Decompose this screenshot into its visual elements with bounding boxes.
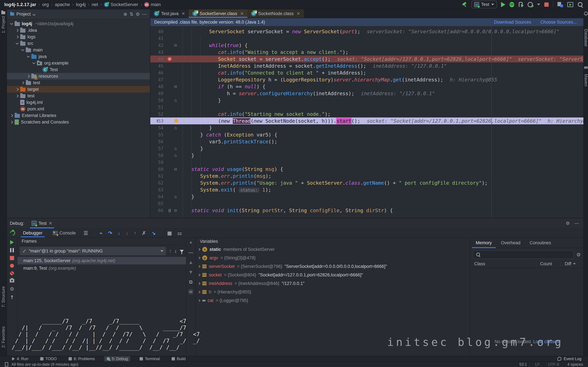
debug-session-tab[interactable]: Test ✕ — [29, 218, 55, 228]
toolwindow-button-5-debug[interactable]: 5: Debug — [104, 356, 130, 361]
expand-chevron-icon[interactable] — [198, 248, 200, 251]
toolwindow-project-button[interactable]: 1: Project — [0, 11, 7, 33]
code-line-60[interactable]: 60⊟ static void usage(String msg) { — [150, 166, 583, 173]
tree-item-logs[interactable]: logs — [7, 33, 150, 40]
tree-chevron-icon[interactable] — [10, 121, 13, 124]
status-widget-4-spaces[interactable]: 4 spaces — [567, 362, 583, 367]
stop-process-button[interactable] — [10, 256, 14, 260]
attach-profiler-icon[interactable] — [519, 2, 523, 7]
breadcrumb-item[interactable]: apache — [55, 2, 70, 7]
stop-button[interactable] — [544, 2, 549, 7]
code-editor[interactable]: 40 ServerSocket serverSocket = new Serve… — [150, 26, 583, 218]
tree-item-pom-xml[interactable]: mpom.xml — [7, 106, 150, 112]
fold-area[interactable]: ⌂ — [174, 194, 182, 199]
fold-marker-icon[interactable]: ⊟ — [174, 208, 177, 213]
code-line-57[interactable]: 57⌂ } — [150, 145, 583, 152]
code-line-66[interactable]: 66@⊟ static void init(String portStr, St… — [150, 207, 583, 214]
run-button[interactable] — [501, 2, 505, 7]
remove-watch-icon[interactable]: — — [188, 250, 193, 255]
tree-chevron-icon[interactable] — [27, 75, 30, 78]
tree-item-target[interactable]: target — [7, 86, 150, 92]
breadcrumb-item[interactable]: log4j-1.2.17.jar — [4, 2, 36, 7]
step-over-icon[interactable]: ↷ — [108, 230, 112, 236]
project-structure-icon[interactable] — [557, 2, 563, 7]
variable-row[interactable]: sstatic members of SocketServer — [196, 245, 470, 254]
variable-row[interactable]: pargv = {String[3]@478} — [196, 254, 470, 262]
duplicate-watch-icon[interactable]: ⧉ — [189, 279, 192, 285]
breadcrumb-item[interactable]: net — [92, 2, 98, 7]
event-log-button[interactable]: Event Log — [557, 357, 588, 361]
expand-chevron-icon[interactable] — [198, 299, 200, 302]
code-line-54[interactable]: 54⌂ } — [150, 124, 583, 131]
intention-bulb-icon[interactable] — [174, 119, 178, 123]
run-to-cursor-icon[interactable]: ↘ — [152, 230, 156, 236]
tree-chevron-icon[interactable] — [21, 48, 24, 51]
tree-item-main[interactable]: main — [7, 47, 150, 53]
debug-gear-icon[interactable]: ⚙ — [10, 286, 14, 292]
column-diff[interactable]: Diff — [561, 261, 583, 267]
code-line-51[interactable]: 51 — [150, 104, 583, 111]
tree-item-org-example[interactable]: org.example — [7, 60, 150, 66]
close-icon[interactable]: ✕ — [240, 11, 244, 16]
tab-debugger[interactable]: Debugger — [21, 229, 45, 237]
status-widget-lf[interactable]: LF — [535, 362, 540, 367]
drop-frame-icon[interactable]: ✗ — [142, 230, 146, 236]
toolwindow-button-4-run[interactable]: 4: Run — [10, 356, 31, 361]
code-line-45[interactable]: 45 InetAddress inetAddress = socket.getI… — [150, 62, 583, 69]
mute-breakpoints-icon[interactable] — [10, 271, 14, 275]
project-view-title[interactable]: Project — [17, 11, 31, 17]
toolwindow-structure-button[interactable]: 7: Structure — [0, 286, 7, 307]
load-classes-link[interactable]: Load classes — [533, 339, 559, 344]
fold-marker-icon[interactable]: ⊟ — [174, 43, 177, 48]
fold-marker-icon[interactable]: ⌂ — [174, 125, 177, 130]
choose-sources-link[interactable]: Choose Sources... — [540, 20, 577, 25]
code-line-42[interactable]: 42⊟ while(true) { — [150, 42, 583, 49]
code-line-65[interactable]: 65 — [150, 200, 583, 207]
toolwindow-button-terminal[interactable]: Terminal — [137, 356, 162, 361]
pin-tab-icon[interactable] — [11, 295, 13, 297]
show-execution-point-icon[interactable]: ⌁ — [100, 230, 103, 236]
tree-item--idea[interactable]: .idea — [7, 27, 150, 33]
tree-chevron-icon[interactable] — [27, 55, 30, 58]
code-line-43[interactable]: 43 cat.info("Waiting to accept a new cli… — [150, 49, 583, 56]
code-line-53[interactable]: 53 (new Thread(new SocketNode(socket, h)… — [150, 117, 583, 124]
toolwindow-button-todo[interactable]: TODO — [38, 356, 59, 361]
fold-area[interactable]: ⊟ — [174, 208, 182, 213]
code-line-61[interactable]: 61 System.err.println(msg); — [150, 173, 583, 179]
tree-item-log4j[interactable]: log4j~/d4m1ts/java/log4j — [7, 20, 150, 27]
rerun-icon[interactable] — [9, 230, 16, 236]
code-line-56[interactable]: 56 var5.printStackTrace(); — [150, 138, 583, 145]
variable-row[interactable]: h = {Hierarchy@855} — [196, 288, 470, 296]
debug-settings-gear-icon[interactable]: ⚙ — [566, 221, 570, 226]
column-class[interactable]: Class — [470, 261, 536, 267]
status-widget-53-1[interactable]: 53:1 — [519, 362, 527, 367]
frame-up-icon[interactable]: ↑ — [169, 248, 172, 254]
gutter-icon-area[interactable]: @ — [165, 208, 174, 213]
fold-area[interactable]: ⌂ — [174, 125, 182, 130]
memory-tab-coroutines[interactable]: Coroutines — [526, 238, 555, 248]
code-line-41[interactable]: 41 — [150, 35, 583, 42]
close-icon[interactable]: ✕ — [182, 11, 185, 16]
breakpoint-icon[interactable]: ✓ — [168, 57, 172, 61]
code-line-62[interactable]: 62 System.err.println("Usage: java " + S… — [150, 179, 583, 186]
memory-tab-overhead[interactable]: Overhead — [497, 238, 525, 248]
editor-tab-test-java[interactable]: CTest.java✕ — [150, 9, 189, 18]
toolwindow-favorites-button[interactable]: 2: Favorites — [0, 326, 7, 348]
run-anything-icon[interactable] — [567, 2, 573, 7]
show-watches-icon[interactable]: ∞ — [188, 289, 193, 294]
thread-dump-icon[interactable] — [10, 279, 14, 283]
toolwindow-button-6-problems[interactable]: 6: Problems — [66, 356, 97, 361]
editor-tab-socketserver-class[interactable]: CSocketServer.class✕ — [189, 9, 247, 18]
tree-chevron-icon[interactable] — [10, 114, 13, 117]
notifications-bell[interactable] — [584, 12, 588, 15]
fold-marker-icon[interactable]: ⌂ — [174, 98, 177, 103]
expand-chevron-icon[interactable] — [198, 291, 200, 293]
run-with-coverage-icon[interactable] — [528, 2, 533, 7]
coverage-dropdown-icon[interactable] — [537, 4, 540, 5]
run-configuration-combo[interactable]: Test — [472, 1, 497, 8]
fold-area[interactable]: ⌂ — [174, 98, 182, 103]
tree-chevron-icon[interactable] — [16, 35, 18, 38]
evaluate-expression-icon[interactable]: ▦ — [167, 230, 172, 236]
fold-area[interactable]: ⊟ — [174, 167, 182, 172]
move-up-icon[interactable]: ▲ — [188, 259, 193, 265]
